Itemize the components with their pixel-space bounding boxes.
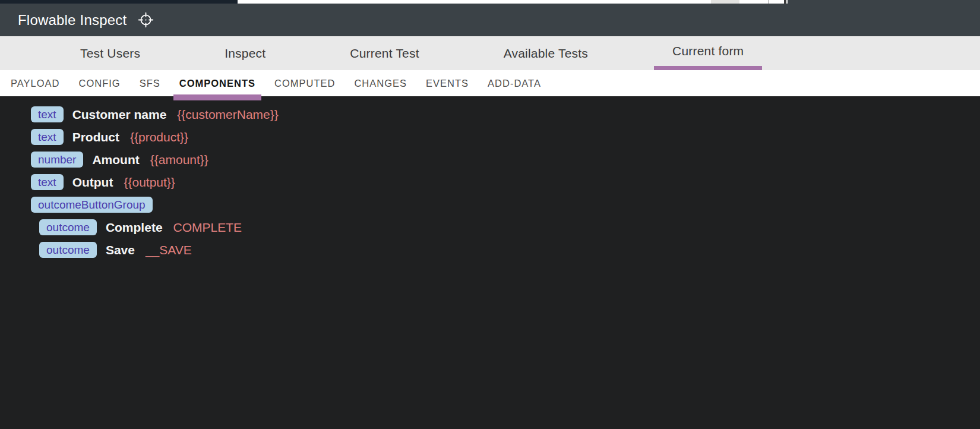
component-binding-expression: {{product}} xyxy=(130,130,188,144)
component-label: Output xyxy=(72,175,113,190)
tab-label: Current Test xyxy=(350,46,419,61)
component-binding-expression: {{customerName}} xyxy=(177,108,278,122)
component-row[interactable]: textProduct{{product}} xyxy=(31,129,188,145)
tab-label: Current form xyxy=(672,44,744,58)
tab-current-test[interactable]: Current Test xyxy=(308,36,461,70)
background-slate-region xyxy=(788,0,980,4)
element-picker-button[interactable] xyxy=(137,11,154,29)
main-tab-bar: Test UsersInspectCurrent TestAvailable T… xyxy=(0,36,980,70)
tab-label: Inspect xyxy=(225,46,265,61)
subtab-components[interactable]: COMPONENTS xyxy=(179,78,255,89)
app-header: Flowable Inspect xyxy=(0,4,980,36)
component-type-badge: outcome xyxy=(39,242,97,258)
component-type-badge: text xyxy=(31,129,64,145)
component-binding-expression: {{output}} xyxy=(124,175,175,190)
app-title: Flowable Inspect xyxy=(18,12,127,29)
component-binding-expression: __SAVE xyxy=(146,243,192,257)
component-type-badge: outcomeButtonGroup xyxy=(31,197,153,213)
component-label: Amount xyxy=(92,153,139,167)
tab-inspect[interactable]: Inspect xyxy=(182,36,308,70)
component-label: Customer name xyxy=(72,108,167,122)
subtab-payload[interactable]: PAYLOAD xyxy=(11,78,60,89)
background-cursor-line xyxy=(784,0,786,4)
components-panel: textCustomer name{{customerName}}textPro… xyxy=(0,96,980,429)
component-binding-expression: {{amount}} xyxy=(150,153,208,167)
component-type-badge: number xyxy=(31,152,83,168)
component-type-badge: text xyxy=(31,106,64,122)
component-row[interactable]: outcomeCompleteCOMPLETE xyxy=(39,219,242,235)
subtab-computed[interactable]: COMPUTED xyxy=(274,78,335,89)
component-label: Save xyxy=(106,243,135,257)
subtab-events[interactable]: EVENTS xyxy=(426,78,469,89)
subtab-changes[interactable]: CHANGES xyxy=(354,78,407,89)
component-row[interactable]: textOutput{{output}} xyxy=(31,174,175,190)
tab-test-users[interactable]: Test Users xyxy=(38,36,182,70)
background-divider-line xyxy=(768,0,769,4)
component-row[interactable]: numberAmount{{amount}} xyxy=(31,152,208,168)
subtab-sfs[interactable]: SFS xyxy=(140,78,160,89)
sub-tab-bar: PAYLOADCONFIGSFSCOMPONENTSCOMPUTEDCHANGE… xyxy=(0,70,980,96)
background-dark-region xyxy=(0,0,238,4)
component-binding-expression: COMPLETE xyxy=(173,220,242,235)
subtab-config[interactable]: CONFIG xyxy=(79,78,121,89)
component-row[interactable]: outcomeSave__SAVE xyxy=(39,242,192,258)
component-type-badge: outcome xyxy=(39,219,97,235)
tab-current-form[interactable]: Current form xyxy=(630,36,786,70)
component-type-badge: text xyxy=(31,174,64,190)
tab-label: Test Users xyxy=(80,46,140,61)
background-browser-strip xyxy=(0,0,980,4)
component-label: Product xyxy=(72,130,119,144)
subtab-add-data[interactable]: ADD-DATA xyxy=(488,78,541,89)
crosshair-icon xyxy=(138,12,154,28)
component-row[interactable]: textCustomer name{{customerName}} xyxy=(31,106,279,122)
component-label: Complete xyxy=(106,220,163,235)
tab-available-tests[interactable]: Available Tests xyxy=(461,36,630,70)
component-row[interactable]: outcomeButtonGroup xyxy=(31,197,153,213)
background-button-fragment xyxy=(711,0,739,4)
tab-label: Available Tests xyxy=(504,46,588,61)
